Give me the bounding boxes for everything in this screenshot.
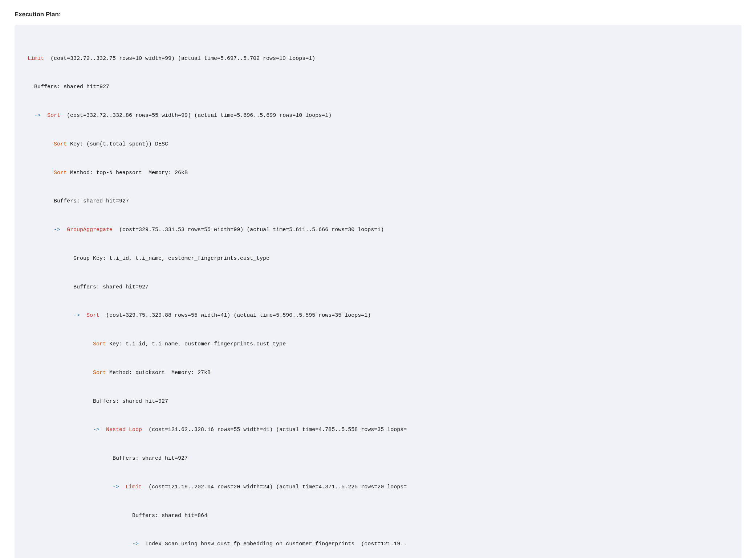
keyword-groupaggregate: GroupAggregate: [67, 227, 113, 233]
plan-line-13: -> Nested Loop (cost=121.62..328.16 rows…: [28, 425, 728, 435]
plan-line-12: Buffers: shared hit=927: [28, 397, 728, 406]
plan-line-2: -> Sort (cost=332.72..332.86 rows=55 wid…: [28, 111, 728, 120]
plan-line-6: -> GroupAggregate (cost=329.75..331.53 r…: [28, 225, 728, 235]
plan-line-17: -> Index Scan using hnsw_cust_fp_embeddi…: [28, 539, 728, 549]
keyword-limit-2: Limit: [126, 484, 142, 490]
execution-plan: Limit (cost=332.72..332.75 rows=10 width…: [15, 25, 741, 558]
plan-line-7: Group Key: t.i_id, t.i_name, customer_fi…: [28, 254, 728, 263]
keyword-limit: Limit: [28, 56, 44, 62]
page-container: Execution Plan: Limit (cost=332.72..332.…: [0, 0, 756, 558]
plan-line-14: Buffers: shared hit=927: [28, 454, 728, 463]
section-title: Execution Plan:: [15, 11, 741, 18]
plan-line-1: Buffers: shared hit=927: [28, 82, 728, 92]
plan-line-3: Sort Key: (sum(t.total_spent)) DESC: [28, 140, 728, 149]
plan-line-16: Buffers: shared hit=864: [28, 511, 728, 521]
keyword-sort-2: Sort: [86, 312, 99, 319]
plan-line-11: Sort Method: quicksort Memory: 27kB: [28, 368, 728, 378]
plan-line-9: -> Sort (cost=329.75..329.88 rows=55 wid…: [28, 311, 728, 320]
keyword-nested-loop: Nested Loop: [106, 427, 142, 433]
plan-line-5: Buffers: shared hit=927: [28, 197, 728, 206]
plan-line-15: -> Limit (cost=121.19..202.04 rows=20 wi…: [28, 483, 728, 492]
plan-line-0: Limit (cost=332.72..332.75 rows=10 width…: [28, 54, 728, 63]
plan-line-8: Buffers: shared hit=927: [28, 283, 728, 292]
keyword-sort-1: Sort: [47, 112, 60, 119]
plan-line-10: Sort Key: t.i_id, t.i_name, customer_fin…: [28, 340, 728, 349]
plan-line-4: Sort Method: top-N heapsort Memory: 26kB: [28, 168, 728, 178]
